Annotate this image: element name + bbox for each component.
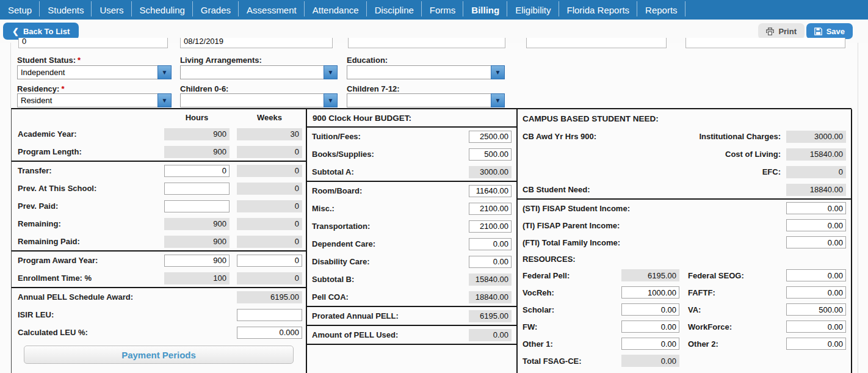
tab-attendance[interactable]: Attendance: [305, 0, 367, 20]
efc-field: [786, 166, 846, 178]
chevron-down-icon[interactable]: ▼: [491, 65, 505, 79]
tab-assessment[interactable]: Assessment: [239, 0, 305, 20]
subtotal-b-label: Subtotal B:: [312, 275, 469, 284]
chevron-down-icon[interactable]: ▼: [157, 65, 172, 79]
misc-input[interactable]: [469, 203, 512, 215]
cb-awd-yr-hrs-label: CB Awd Yr Hrs 900:: [523, 132, 651, 141]
printer-icon: [766, 27, 774, 35]
tab-reports[interactable]: Reports: [637, 0, 685, 20]
table-row: Other 1: Other 2:: [518, 335, 851, 352]
program-award-year-hours-input[interactable]: [164, 255, 230, 267]
table-row: ISIR LEU:: [12, 306, 306, 324]
table-row: FW: WorkForce:: [518, 318, 851, 335]
chevron-down-icon[interactable]: ▼: [157, 93, 172, 107]
tab-users[interactable]: Users: [92, 0, 131, 20]
academic-year-weeks-field: [237, 128, 302, 140]
payment-periods-button[interactable]: Payment Periods: [24, 346, 294, 364]
top-field-date[interactable]: [180, 38, 333, 48]
back-to-list-button[interactable]: ❮ Back To List: [3, 23, 79, 40]
scholar-input[interactable]: [621, 303, 679, 316]
tab-forms[interactable]: Forms: [422, 0, 464, 20]
prev-paid-label: Prev. Paid:: [18, 201, 58, 211]
children-0-6-value[interactable]: [180, 93, 324, 107]
student-status-value[interactable]: [17, 65, 157, 79]
top-field-4[interactable]: [526, 38, 667, 48]
federal-seog-input[interactable]: [786, 269, 846, 281]
education-value[interactable]: [347, 65, 491, 79]
prorated-annual-pell-field: [469, 310, 512, 322]
budget-column: 900 Clock Hour BUDGET: Tuition/Fees: Boo…: [307, 109, 518, 373]
education-select[interactable]: ▼: [347, 65, 505, 79]
tab-billing[interactable]: Billing: [463, 0, 507, 20]
room-board-input[interactable]: [469, 185, 512, 197]
program-award-year-label: Program Award Year:: [18, 256, 98, 265]
other-2-input[interactable]: [786, 338, 846, 350]
tab-discipline[interactable]: Discipline: [367, 0, 422, 20]
table-row: Tuition/Fees:: [307, 128, 516, 145]
living-arrangements-select[interactable]: ▼: [180, 65, 338, 79]
tab-florida-reports[interactable]: Florida Reports: [559, 0, 638, 20]
calculated-leu-label: Calculated LEU %:: [18, 328, 88, 337]
living-arrangements-label: Living Arrangements:: [180, 56, 262, 65]
top-field-5[interactable]: [685, 38, 845, 48]
total-family-income-input[interactable]: [786, 236, 846, 248]
children-0-6-select[interactable]: ▼: [180, 93, 338, 107]
federal-pell-field: [621, 269, 679, 281]
tab-setup[interactable]: Setup: [0, 0, 40, 20]
cost-of-living-label: Cost of Living:: [651, 150, 786, 159]
isir-leu-label: ISIR LEU:: [18, 310, 54, 319]
tab-scheduling[interactable]: Scheduling: [132, 0, 193, 20]
other-1-input[interactable]: [621, 338, 679, 350]
clipped-input-row: [11, 38, 858, 49]
calculated-leu-input[interactable]: [237, 327, 302, 339]
prev-at-this-school-weeks-field: [237, 183, 302, 195]
disability-care-input[interactable]: [469, 256, 512, 268]
isir-leu-input[interactable]: [237, 309, 302, 321]
children-7-12-select[interactable]: ▼: [347, 93, 505, 107]
faftf-input[interactable]: [786, 286, 846, 299]
chevron-down-icon[interactable]: ▼: [324, 93, 338, 107]
dependent-care-input[interactable]: [469, 238, 512, 250]
transportation-input[interactable]: [469, 220, 512, 233]
table-row: Remaining Paid:: [12, 233, 306, 250]
table-row: Scholar: VA:: [518, 301, 851, 318]
tuition-fees-input[interactable]: [469, 131, 512, 143]
chevron-down-icon[interactable]: ▼: [324, 65, 338, 79]
books-supplies-input[interactable]: [469, 148, 512, 161]
hours-header: Hours: [164, 113, 230, 122]
fisap-parent-income-input[interactable]: [786, 219, 846, 231]
table-row: Remaining:: [12, 215, 306, 233]
children-7-12-value[interactable]: [347, 93, 491, 107]
vocreh-input[interactable]: [621, 286, 679, 299]
table-row: Disability Care:: [307, 253, 516, 270]
top-field-1[interactable]: [18, 38, 168, 48]
prev-at-this-school-hours-input[interactable]: [164, 183, 230, 195]
tab-grades[interactable]: Grades: [193, 0, 239, 20]
va-input[interactable]: [786, 303, 846, 316]
fisap-student-income-input[interactable]: [786, 202, 846, 214]
student-status-select[interactable]: ▼: [17, 65, 172, 79]
residency-select[interactable]: ▼: [17, 93, 172, 107]
table-row: Room/Board:: [307, 182, 516, 200]
fw-input[interactable]: [621, 320, 679, 333]
tab-eligibility[interactable]: Eligibility: [507, 0, 559, 20]
chevron-down-icon[interactable]: ▼: [491, 93, 505, 107]
living-arrangements-value[interactable]: [180, 65, 324, 79]
prev-paid-hours-input[interactable]: [164, 200, 230, 212]
program-award-year-weeks-input[interactable]: [237, 255, 302, 267]
save-button[interactable]: Save: [806, 23, 853, 39]
federal-pell-label: Federal Pell:: [523, 271, 621, 280]
transfer-hours-input[interactable]: [164, 165, 230, 177]
pell-coa-field: [469, 291, 512, 303]
subtotal-a-field: [469, 166, 512, 178]
tab-students[interactable]: Students: [40, 0, 92, 20]
table-row: (STI) FISAP Student Income:: [518, 200, 851, 217]
workforce-input[interactable]: [786, 320, 846, 333]
top-field-3[interactable]: [348, 38, 505, 48]
faftf-label: FAFTF:: [688, 288, 786, 297]
table-row: Transportation:: [307, 217, 516, 235]
annual-pell-schedule-award-label: Annual PELL Schedule Award:: [18, 292, 133, 302]
residency-value[interactable]: [17, 93, 157, 107]
amount-of-pell-used-label: Amount of PELL Used:: [312, 330, 469, 339]
print-button[interactable]: Print: [758, 23, 805, 39]
